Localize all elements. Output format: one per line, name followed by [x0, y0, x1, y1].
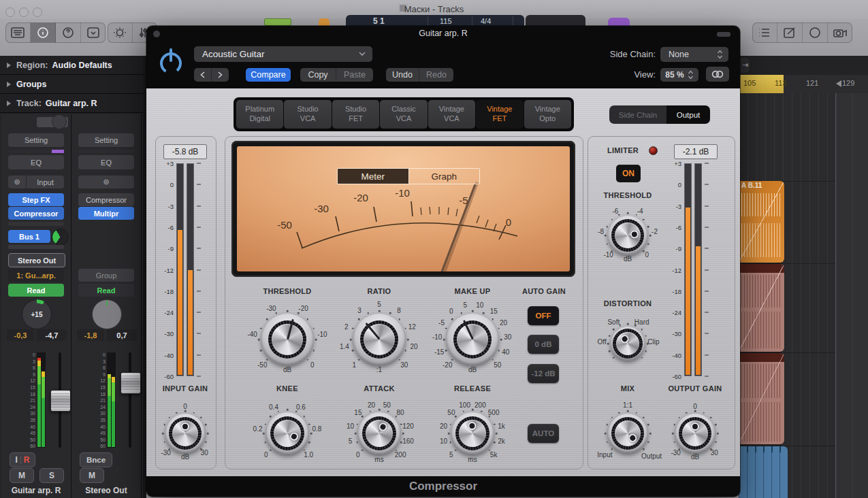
- threshold-knob[interactable]: -50-40-30-20-100dB: [261, 314, 313, 365]
- group-button[interactable]: Group: [78, 269, 134, 282]
- preset-dropdown[interactable]: Acoustic Guitar: [194, 46, 372, 62]
- output-gain-knob[interactable]: 0-3030dB: [675, 414, 715, 453]
- list-editors-button[interactable]: [752, 22, 777, 43]
- eq-button[interactable]: EQ: [78, 155, 134, 169]
- tab-meter[interactable]: Meter: [338, 169, 408, 184]
- volume-fader[interactable]: [120, 372, 141, 394]
- record-enable-button[interactable]: R: [24, 455, 30, 465]
- prev-preset-button[interactable]: [194, 68, 212, 82]
- peak-value[interactable]: 0,7: [107, 329, 137, 341]
- send-level-knob[interactable]: [52, 229, 69, 246]
- auto-gain-minus12db-button[interactable]: -12 dB: [528, 364, 559, 383]
- inspector-sidebar: Region: Audio Defaults Groups Track: Gui…: [0, 56, 144, 498]
- link-button[interactable]: [706, 67, 729, 82]
- input-record-buttons[interactable]: I R: [10, 452, 35, 467]
- vca-group-button[interactable]: 1: Gu...arp.: [8, 269, 64, 282]
- note-pads-button[interactable]: [777, 22, 803, 43]
- empty-send-slot[interactable]: [8, 245, 64, 249]
- tab-graph[interactable]: Graph: [408, 169, 480, 184]
- limiter-threshold-knob[interactable]: -10-8-6-4-20dB: [608, 216, 647, 255]
- side-chain-dropdown[interactable]: None: [660, 47, 728, 62]
- limiter-on-button[interactable]: ON: [616, 165, 641, 182]
- quick-help-button[interactable]: [56, 22, 81, 43]
- pan-knob[interactable]: +15: [22, 299, 52, 329]
- volume-value[interactable]: -0,3: [7, 329, 34, 341]
- plugin-slot-multipressor[interactable]: Multipr: [78, 207, 134, 220]
- mix-knob[interactable]: 1:1InputOutput: [608, 414, 647, 453]
- fader-scale-number: 24: [30, 405, 35, 410]
- input-slot[interactable]: Input: [27, 176, 64, 188]
- release-knob[interactable]: 51020501002005001k2k5kms: [451, 412, 494, 454]
- redo-button[interactable]: Redo: [419, 68, 453, 82]
- bar-ruler[interactable]: 105 113 121 129: [739, 75, 868, 94]
- input-format-button[interactable]: ⊚ Input: [8, 176, 64, 188]
- list-icon: [756, 26, 773, 39]
- knob-tick-dot: [647, 226, 649, 228]
- input-gain-knob[interactable]: 0-3030dB: [165, 414, 205, 453]
- send-bus-button[interactable]: Bus 1: [8, 230, 50, 243]
- groups-inspector-row[interactable]: Groups: [0, 75, 143, 94]
- next-preset-button[interactable]: [212, 68, 229, 82]
- plugin-slot-stepfx[interactable]: Step FX: [8, 193, 64, 206]
- copy-button[interactable]: Copy: [300, 68, 336, 82]
- empty-plugin-slot[interactable]: [8, 222, 64, 226]
- pan-knob[interactable]: [92, 299, 122, 329]
- library-button[interactable]: [5, 22, 31, 43]
- view-zoom-stepper[interactable]: 85 %: [660, 68, 698, 82]
- auto-release-button[interactable]: AUTO: [528, 424, 559, 443]
- attack-knob[interactable]: 051015205080120160200ms: [358, 412, 400, 454]
- automation-mode-button[interactable]: Read: [8, 284, 64, 297]
- tab-output[interactable]: Output: [666, 105, 710, 124]
- audio-region-orange[interactable]: A B.11: [739, 181, 784, 263]
- automation-mode-button[interactable]: Read: [78, 284, 134, 297]
- peak-value[interactable]: -4,7: [37, 329, 67, 341]
- mute-button[interactable]: M: [80, 468, 104, 483]
- paste-button[interactable]: Paste: [336, 68, 373, 82]
- solo-button[interactable]: S: [39, 468, 64, 483]
- audio-region-mauve-1[interactable]: [739, 264, 784, 352]
- circuit-tab-studio-fet[interactable]: StudioFET: [332, 100, 379, 129]
- input-format-button[interactable]: ⊚: [78, 176, 134, 188]
- strip-name[interactable]: Stereo Out: [71, 486, 141, 495]
- plugin-slot-compressor[interactable]: Compressor: [78, 193, 134, 206]
- inspector-button[interactable]: [31, 22, 56, 43]
- audio-region-mauve-2[interactable]: [739, 353, 784, 444]
- settings-button[interactable]: [108, 22, 133, 43]
- makeup-knob[interactable]: -20-15-10-505101520304050dB: [447, 314, 498, 365]
- eq-button[interactable]: EQ: [8, 155, 64, 169]
- circuit-tab-vintage-opto[interactable]: VintageOpto: [524, 100, 571, 129]
- compare-button[interactable]: Compare: [246, 68, 291, 82]
- circuit-tab-platinum-digital[interactable]: PlatinumDigital: [236, 100, 283, 129]
- output-button[interactable]: Stereo Out: [8, 253, 65, 267]
- loop-browser-button[interactable]: [803, 22, 828, 43]
- knee-knob[interactable]: 00.20.40.60.81.0: [266, 412, 308, 454]
- setting-button[interactable]: Setting: [8, 133, 64, 147]
- catch-playhead-button[interactable]: ⇥: [740, 58, 750, 73]
- distortion-knob[interactable]: OffSoftHardClip: [611, 327, 645, 361]
- volume-fader[interactable]: [50, 390, 71, 412]
- plugin-slot-compressor[interactable]: Compressor: [8, 207, 64, 220]
- auto-gain-off-button[interactable]: OFF: [528, 306, 559, 325]
- power-icon[interactable]: [156, 47, 186, 77]
- fader-track[interactable]: [129, 352, 131, 448]
- tab-side-chain[interactable]: Side Chain: [609, 105, 666, 124]
- circuit-tab-vintage-fet[interactable]: VintageFET: [476, 100, 523, 129]
- strip-name[interactable]: Guitar arp. R: [1, 486, 71, 495]
- setting-button[interactable]: Setting: [78, 133, 134, 147]
- mute-button[interactable]: M: [10, 468, 34, 483]
- ratio-knob[interactable]: 11.42358122030:1: [353, 314, 405, 365]
- midi-region-blue[interactable]: [739, 446, 788, 498]
- circuit-tab-classic-vca[interactable]: ClassicVCA: [380, 100, 427, 129]
- media-browser-button[interactable]: [828, 22, 852, 43]
- auto-gain-0db-button[interactable]: 0 dB: [528, 335, 559, 354]
- dropzone-button[interactable]: [81, 22, 106, 43]
- volume-value[interactable]: -1,8: [77, 329, 104, 341]
- circuit-tab-vintage-vca[interactable]: VintageVCA: [428, 100, 475, 129]
- track-inspector-row[interactable]: Track: Guitar arp. R: [0, 94, 143, 113]
- circuit-tab-studio-vca[interactable]: StudioVCA: [284, 100, 331, 129]
- undo-button[interactable]: Undo: [386, 68, 419, 82]
- input-monitor-button[interactable]: I: [15, 455, 17, 465]
- marker-triangle-icon[interactable]: [836, 80, 841, 87]
- bounce-button[interactable]: Bnce: [80, 452, 112, 467]
- region-inspector-row[interactable]: Region: Audio Defaults: [0, 56, 143, 75]
